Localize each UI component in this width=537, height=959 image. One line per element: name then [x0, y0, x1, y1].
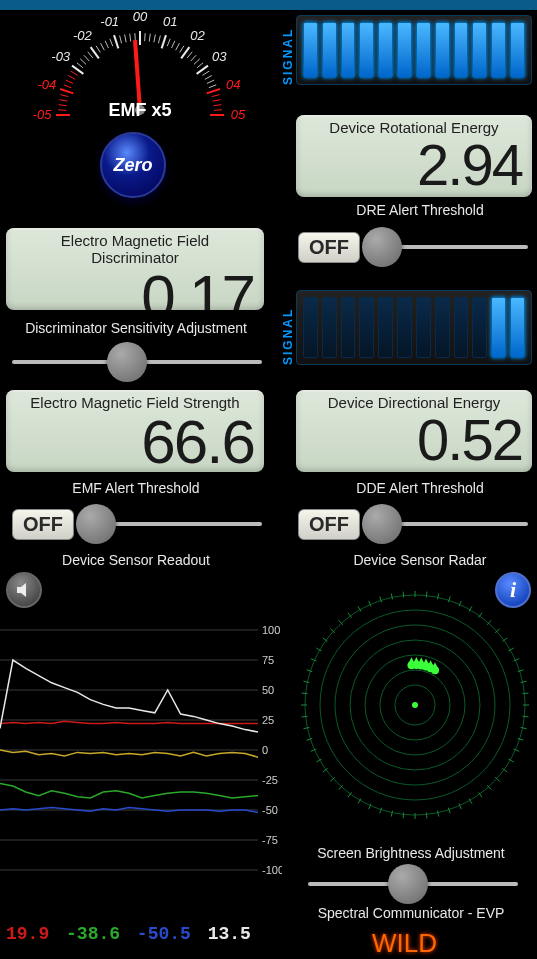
svg-line-132 [403, 592, 404, 598]
svg-line-6 [60, 89, 73, 93]
svg-line-34 [158, 36, 160, 44]
svg-line-52 [209, 85, 216, 88]
legend-white: 13.5 [208, 924, 251, 944]
signal-bar [491, 22, 506, 78]
legend-blue: -50.5 [137, 924, 191, 944]
speaker-icon [14, 580, 34, 600]
svg-text:-100: -100 [262, 864, 282, 876]
signal-bar [303, 22, 318, 78]
svg-line-40 [180, 46, 184, 53]
discriminator-panel: Electro Magnetic Field Discriminator 0.1… [6, 228, 264, 310]
svg-line-101 [437, 811, 438, 817]
svg-line-24 [114, 35, 118, 48]
svg-point-154 [412, 702, 418, 708]
signal-bar [378, 297, 393, 358]
signal-label: SIGNAL [280, 290, 296, 365]
sensor-readout-chart: 1007550250-25-50-75-100 [0, 620, 282, 900]
svg-line-121 [307, 670, 313, 672]
svg-line-22 [110, 39, 113, 46]
signal-bar [454, 297, 469, 358]
svg-text:-01: -01 [100, 14, 119, 29]
evp-word: WILD [372, 928, 437, 959]
svg-line-90 [521, 727, 527, 728]
evp-label: Spectral Communicator - EVP [290, 905, 532, 921]
svg-line-10 [71, 71, 78, 75]
svg-line-32 [149, 34, 150, 42]
signal-bar [491, 297, 506, 358]
signal-bar [472, 22, 487, 78]
signal-bar [416, 297, 431, 358]
svg-line-21 [105, 41, 108, 48]
svg-line-26 [125, 34, 126, 42]
slider-thumb[interactable] [362, 504, 402, 544]
svg-line-91 [518, 738, 524, 740]
svg-line-147 [522, 693, 528, 694]
panel-value: 0.52 [306, 411, 522, 469]
svg-text:50: 50 [262, 684, 274, 696]
svg-line-49 [202, 71, 209, 75]
signal-bar [359, 22, 374, 78]
dde-slider[interactable]: OFF [298, 502, 528, 546]
sensor-readout-label: Device Sensor Readout [6, 552, 266, 568]
signal-bar [322, 22, 337, 78]
svg-line-136 [448, 597, 450, 603]
svg-line-117 [302, 716, 308, 717]
signal-bar [510, 297, 525, 358]
signal-bar [341, 297, 356, 358]
panel-title: Electro Magnetic Field Discriminator [16, 232, 254, 266]
svg-line-15 [84, 55, 89, 61]
svg-text:-04: -04 [37, 77, 56, 92]
sensor-radar [295, 585, 535, 825]
svg-line-39 [176, 43, 180, 50]
dre-off-button[interactable]: OFF [298, 232, 360, 263]
emf-gauge: -05-04-03-02-01000102030405 EMF x5 Zero [0, 10, 280, 210]
signal-label: SIGNAL [280, 15, 296, 85]
svg-line-54 [207, 89, 220, 93]
svg-text:00: 00 [133, 10, 148, 24]
svg-line-19 [96, 46, 100, 53]
dde-alert-label: DDE Alert Threshold [290, 480, 537, 496]
signal-bar [397, 22, 412, 78]
svg-text:0: 0 [262, 744, 268, 756]
sound-button[interactable] [6, 572, 42, 608]
gauge-label: EMF x5 [0, 100, 280, 121]
svg-text:-03: -03 [51, 49, 71, 64]
chart-legend: 19.9 -38.6 -50.5 13.5 [6, 924, 257, 944]
svg-line-31 [145, 33, 146, 41]
panel-value: 66.6 [16, 411, 254, 472]
slider-thumb[interactable] [388, 864, 428, 904]
emf-off-button[interactable]: OFF [12, 509, 74, 540]
discriminator-slider[interactable] [12, 340, 262, 384]
svg-line-44 [191, 55, 196, 61]
disc-adjust-label: Discriminator Sensitivity Adjustment [6, 320, 266, 336]
panel-value: 0.17 [16, 266, 254, 310]
emf-alert-label: EMF Alert Threshold [6, 480, 266, 496]
signal-bar [359, 297, 374, 358]
signal-bar [472, 297, 487, 358]
svg-line-45 [194, 59, 200, 64]
signal-bar [397, 297, 412, 358]
zero-button[interactable]: Zero [100, 132, 166, 198]
dre-slider[interactable]: OFF [298, 225, 528, 269]
slider-thumb[interactable] [76, 504, 116, 544]
svg-line-50 [205, 75, 212, 79]
signal-bar [303, 297, 318, 358]
status-bar [0, 0, 537, 10]
svg-line-43 [187, 52, 192, 58]
dde-off-button[interactable]: OFF [298, 509, 360, 540]
svg-line-145 [518, 670, 524, 672]
svg-line-105 [391, 811, 392, 817]
svg-text:100: 100 [262, 624, 280, 636]
svg-line-16 [88, 52, 93, 58]
svg-line-4 [61, 95, 69, 97]
svg-line-46 [197, 63, 203, 68]
brightness-slider[interactable] [308, 862, 518, 906]
svg-line-134 [426, 592, 427, 598]
svg-text:-02: -02 [73, 28, 93, 43]
emf-slider[interactable]: OFF [12, 502, 262, 546]
svg-line-8 [66, 80, 73, 83]
slider-thumb[interactable] [362, 227, 402, 267]
svg-line-116 [303, 727, 309, 728]
slider-thumb[interactable] [107, 342, 147, 382]
svg-text:-25: -25 [262, 774, 278, 786]
